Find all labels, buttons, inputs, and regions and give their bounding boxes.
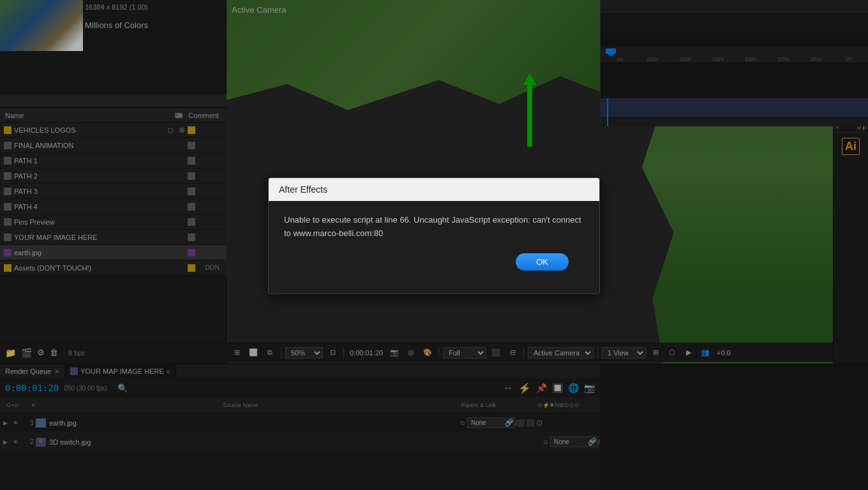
ok-button[interactable]: OK (516, 253, 569, 271)
modal-dialog: After Effects Unable to execute script a… (268, 177, 600, 294)
modal-body: Unable to execute script at line 66. Unc… (269, 201, 599, 293)
modal-footer: OK (284, 253, 584, 281)
modal-message: Unable to execute script at line 66. Unc… (284, 214, 584, 241)
modal-title: After Effects (279, 184, 327, 195)
modal-header: After Effects (269, 178, 599, 201)
modal-overlay: After Effects Unable to execute script a… (0, 0, 868, 490)
